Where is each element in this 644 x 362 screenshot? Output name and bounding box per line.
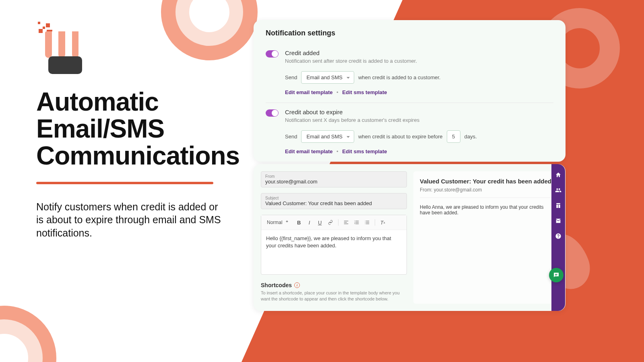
clear-format-icon[interactable]: Tx: [378, 218, 387, 226]
from-field[interactable]: From your.store@gmail.com: [261, 171, 407, 187]
shortcodes-desc: To insert a shortcode, place your cusor …: [261, 290, 407, 302]
align-icon[interactable]: [342, 218, 351, 226]
from-value: your.store@gmail.com: [265, 179, 402, 185]
credit-added-title: Credit added: [285, 49, 553, 56]
shortcodes-title: Shortcodes: [261, 282, 292, 288]
send-label: Send: [285, 134, 297, 140]
settings-heading: Notification settings: [266, 29, 553, 37]
days-label: days.: [464, 134, 477, 140]
credit-added-suffix: when credit is added to a customer.: [358, 74, 441, 80]
separator: •: [336, 89, 339, 95]
edit-sms-template-link[interactable]: Edit sms template: [342, 89, 387, 95]
edit-email-template-link[interactable]: Edit email template: [285, 89, 332, 95]
home-icon[interactable]: [555, 171, 562, 179]
hero-title: Automatic Email/SMS Communications: [36, 88, 225, 170]
email-preview: Valued Customer: Your credit has been ad…: [413, 171, 558, 304]
preview-body: Hello Anna, we are pleased to inform you…: [420, 204, 552, 216]
credit-added-row: Credit added Notification sent after sto…: [266, 44, 553, 103]
subject-value: Valued Customer: Your credit has been ad…: [265, 200, 402, 206]
send-label: Send: [285, 74, 297, 80]
preview-subject: Valued Customer: Your credit has been ad…: [420, 178, 552, 185]
credit-expire-channel-dropdown[interactable]: Email and SMS: [301, 130, 354, 143]
hero-underline: [36, 182, 213, 184]
link-icon[interactable]: [326, 218, 335, 226]
hero-section: Automatic Email/SMS Communications Notif…: [36, 20, 225, 239]
rich-text-editor: Normal B I U Tx Hello {{first_name}}, we…: [261, 215, 407, 275]
editor-form: From your.store@gmail.com Subject Valued…: [261, 171, 407, 304]
credit-expire-toggle[interactable]: [266, 109, 279, 117]
preview-from: From: your.store@gmail.com: [420, 187, 552, 198]
subject-field[interactable]: Subject Valued Customer: Your credit has…: [261, 193, 407, 209]
credit-expire-mid: when credit is about to expire before: [358, 134, 443, 140]
hero-subtitle: Notify customers when credit is added or…: [36, 200, 225, 240]
credit-added-desc: Notification sent after store credit is …: [285, 58, 553, 64]
credit-expire-title: Credit about to expire: [285, 109, 553, 115]
template-icon[interactable]: [555, 202, 562, 209]
credit-expire-row: Credit about to expire Notification sent…: [266, 103, 553, 154]
toolbar-divider: [375, 219, 375, 226]
credit-expire-desc: Notification sent X days before a custom…: [285, 117, 553, 123]
shortcodes-section: Shortcodes i To insert a shortcode, plac…: [261, 282, 407, 302]
format-style-dropdown[interactable]: Normal: [265, 219, 290, 226]
edit-sms-template-link[interactable]: Edit sms template: [342, 148, 387, 154]
from-label: From: [265, 174, 402, 179]
bold-icon[interactable]: B: [295, 218, 303, 226]
underline-icon[interactable]: U: [316, 218, 324, 226]
help-icon[interactable]: [555, 232, 562, 240]
credit-added-toggle[interactable]: [266, 50, 279, 58]
email-body-input[interactable]: Hello {{first_name}}, we are pleased to …: [261, 230, 407, 274]
edit-email-template-link[interactable]: Edit email template: [285, 148, 332, 154]
days-before-input[interactable]: 5: [447, 130, 460, 143]
ordered-list-icon[interactable]: [352, 218, 361, 226]
email-icon[interactable]: [555, 217, 562, 224]
email-editor-card: From your.store@gmail.com Subject Valued…: [254, 164, 566, 311]
credit-added-channel-dropdown[interactable]: Email and SMS: [301, 71, 354, 84]
rte-toolbar: Normal B I U Tx: [261, 215, 407, 230]
toolbar-divider: [338, 219, 339, 226]
italic-icon[interactable]: I: [305, 218, 314, 226]
separator: •: [336, 148, 339, 154]
chat-button[interactable]: [549, 268, 564, 282]
subject-label: Subject: [265, 196, 402, 200]
right-sidebar: [551, 164, 565, 311]
store-logo: [36, 20, 89, 72]
bullet-list-icon[interactable]: [363, 218, 372, 226]
users-icon[interactable]: [555, 187, 562, 194]
notification-settings-card: Notification settings Credit added Notif…: [254, 20, 566, 162]
info-icon[interactable]: i: [294, 282, 300, 288]
